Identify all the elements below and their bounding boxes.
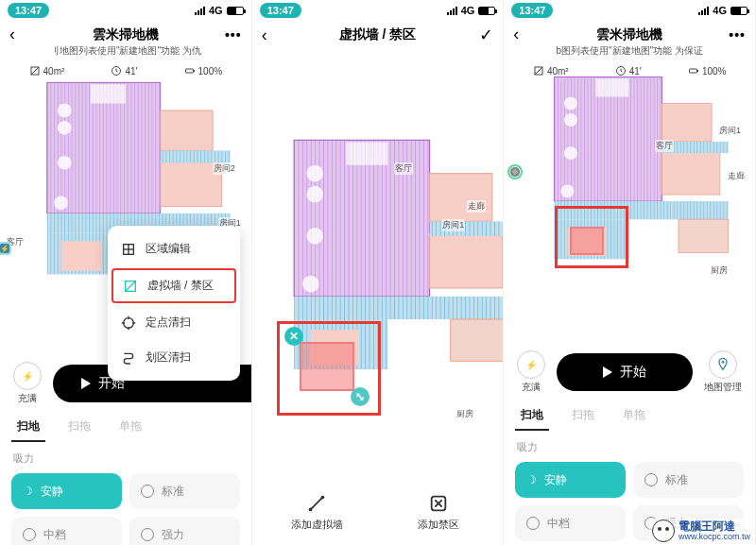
add-wall-button[interactable]: 添加虚拟墙 [260,493,374,532]
fan-icon [23,528,36,541]
room-label-living: 客厅 [394,162,413,175]
signal-icon [698,7,709,15]
menu-area-clean[interactable]: 划区清扫 [108,340,240,375]
add-nogo-button[interactable]: 添加禁区 [382,493,496,532]
battery-icon [478,7,495,15]
suction-chips: ☽安静 标准 中档 强力 [0,469,251,545]
target-icon [121,315,136,331]
menu-zone-edit[interactable]: 区域编辑 [108,231,240,266]
status-bar: 13:47 4G [252,0,504,21]
suction-quiet[interactable]: ☽安静 [11,473,122,509]
fan-icon [141,528,154,541]
suction-medium[interactable]: 中档 [515,505,626,541]
mode-tabs: 扫地 扫拖 单拖 [0,413,251,448]
mode-tabs: 扫地 扫拖 单拖 [504,401,755,436]
confirm-button[interactable]: ✓ [474,25,493,45]
tab-sweep[interactable]: 扫地 [11,415,45,442]
network-label: 4G [461,5,475,16]
page-title: 虚拟墙 / 禁区 [281,26,475,43]
status-bar: 13:47 4G [0,0,251,21]
suction-strong-label: 强力 [162,527,184,543]
status-bar: 13:47 4G [504,0,755,21]
wall-editor-actions: 添加虚拟墙 添加禁区 [252,484,504,545]
tab-sweepmop[interactable]: 扫拖 [566,403,600,431]
back-button[interactable]: ‹ [9,25,28,44]
moon-icon: ☽ [526,473,537,486]
tab-mop[interactable]: 单拖 [617,403,651,431]
map-manage-button[interactable]: 地图管理 [704,350,742,394]
signal-icon [195,7,205,15]
status-time: 13:47 [8,3,49,18]
dock-icon [0,242,11,255]
status-right: 4G [195,5,244,16]
suction-medium-label: 中档 [43,527,66,543]
watermark: 電腦王阿達 www.kocpc.com.tw [649,519,753,543]
page-title: 雲米掃地機 [532,26,727,43]
room-label-corridor: 走廊 [467,200,486,213]
page-title: 雲米掃地機 [28,26,223,43]
suction-quiet[interactable]: ☽安静 [515,462,626,498]
start-row: ⚡ 充满 开始 地图管理 [504,345,755,401]
back-button[interactable]: ‹ [513,25,532,44]
suction-standard-label: 标准 [162,484,184,500]
nogo-menu-icon [123,279,138,294]
room-label-kitchen: 厨房 [710,264,729,277]
tab-sweep[interactable]: 扫地 [515,403,549,431]
tab-mop[interactable]: 单拖 [113,415,147,442]
plug-icon: ⚡ [13,362,42,390]
app-header: ‹ 雲米掃地機 ••• [0,21,251,44]
wall-icon [306,493,327,514]
floor-map[interactable]: 房间1 走廊 厨房 客厅 ✕ ⤡ [252,49,504,455]
context-menu: 区域编辑 虚拟墙 / 禁区 定点清扫 划区清扫 [108,226,240,381]
status-time: 13:47 [511,3,553,18]
floor-map[interactable]: 房间1 走廊 厨房 客厅 [504,76,755,302]
stat-area-value: 40m² [547,66,569,77]
dock-button[interactable]: ⚡ 充满 [517,350,545,394]
suction-standard-label: 标准 [665,472,688,488]
watermark-brand: 電腦王阿達 [679,520,750,533]
nogo-resize-handle[interactable]: ⤡ [351,387,369,406]
play-icon [81,378,91,389]
suction-standard[interactable]: 标准 [129,473,240,509]
suction-medium[interactable]: 中档 [11,517,122,545]
status-right: 4G [698,5,747,16]
nogo-icon [428,493,449,514]
battery-icon [730,7,747,15]
highlight-box [555,206,628,268]
robot-marker [507,164,523,179]
start-button[interactable]: 开始 [557,353,693,391]
stat-time-value: 41' [125,66,137,77]
dock-button-label: 充满 [18,392,37,405]
start-button-label: 开始 [620,364,646,381]
more-button[interactable]: ••• [223,27,242,43]
lasso-icon [121,350,136,366]
menu-wall-nogo[interactable]: 虚拟墙 / 禁区 [112,268,236,303]
signal-icon [447,7,457,15]
status-right: 4G [447,5,496,16]
back-button[interactable]: ‹ [262,26,281,45]
map-manage-label: 地图管理 [704,381,742,394]
room-label-room1: 房间1 [718,125,742,137]
fan-icon [526,517,540,530]
nogo-delete-handle[interactable]: ✕ [284,327,303,346]
screen-map-result: 13:47 4G ‹ 雲米掃地機 ••• b图列表使用"新建地图"功能 为保证 … [504,0,756,545]
suction-medium-label: 中档 [547,516,570,532]
fan-icon [141,485,154,498]
screen-wall-editor: 13:47 4G ‹ 虚拟墙 / 禁区 ✓ 房间1 走廊 厨房 客厅 ✕ ⤡ 添… [252,0,505,545]
suction-standard[interactable]: 标准 [633,462,744,498]
grid-icon [121,242,136,257]
more-button[interactable]: ••• [727,27,746,43]
app-header: ‹ 雲米掃地機 ••• [504,21,755,44]
moon-icon: ☽ [23,485,33,498]
fan-icon [644,473,658,486]
suction-strong[interactable]: 强力 [129,517,240,545]
room-label-room2: 房间2 [213,162,236,175]
watermark-url: www.kocpc.com.tw [679,533,750,541]
room-label-corridor: 走廊 [727,170,746,182]
tab-sweepmop[interactable]: 扫拖 [62,415,96,442]
dock-button-label: 充满 [522,381,541,394]
suction-quiet-label: 安静 [544,472,567,488]
dock-button[interactable]: ⚡ 充满 [13,362,42,405]
menu-spot-clean[interactable]: 定点清扫 [108,305,240,340]
network-label: 4G [209,5,223,16]
